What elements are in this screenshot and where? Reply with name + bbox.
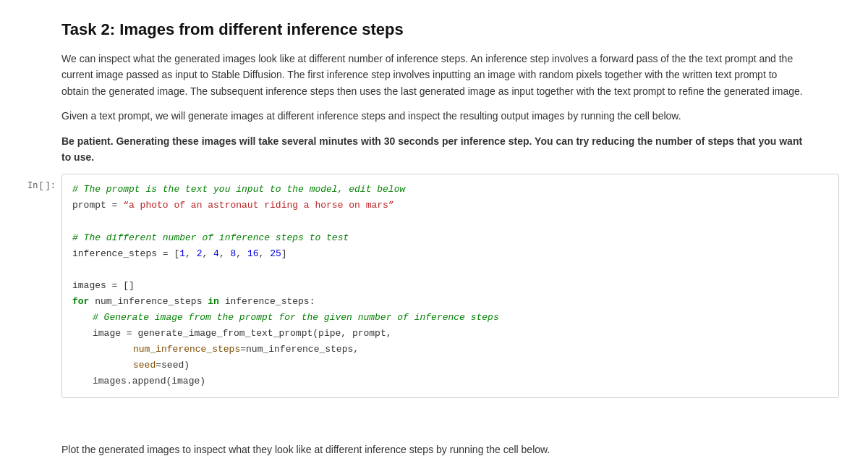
paragraph-1: We can inspect what the generated images… [61,51,807,99]
code-line-13: images.append(image) [72,373,828,389]
paragraph-2: Given a text prompt, we will generate im… [61,108,807,124]
cell1-in-label: In [ ]: [27,181,56,191]
code-line-blank2 [72,262,828,278]
between-text: Plot the generated images to inspect wha… [61,431,807,456]
code-line-7: images = [] [72,278,828,294]
code-line-blank1 [72,214,828,230]
between-text-section: Plot the generated images to inspect wha… [0,411,868,456]
cell1-content[interactable]: # The prompt is the text you input to th… [61,174,839,397]
page: Task 2: Images from different inference … [0,0,868,456]
code-line-2: prompt = “a photo of an astronaut riding… [72,198,828,214]
prose-section: Task 2: Images from different inference … [0,0,868,165]
cell1-in: In [27,181,38,191]
code-line-11: num_inference_steps=num_inference_steps, [72,342,828,358]
paragraph-3: Be patient. Generating these images will… [61,133,807,166]
code-line-5: inference_steps = [1, 2, 4, 8, 16, 25] [72,246,828,262]
code-line-8: for num_inference_steps in inference_ste… [72,294,828,310]
cell1-gutter: In [ ]: [0,174,61,191]
code-line-12: seed=seed) [72,358,828,373]
code-line-1: # The prompt is the text you input to th… [72,182,828,198]
cell1-bracket-close: ]: [46,181,56,191]
prose-body: We can inspect what the generated images… [61,51,807,165]
code-line-4: # The different number of inference step… [72,230,828,246]
code-line-9: # Generate image from the prompt for the… [72,310,828,326]
cell1-bracket-open: [ [38,181,43,191]
page-title: Task 2: Images from different inference … [61,20,807,39]
code-line-10: image = generate_image_from_text_prompt(… [72,326,828,342]
code-cell-1: In [ ]: # The prompt is the text you inp… [0,174,868,397]
